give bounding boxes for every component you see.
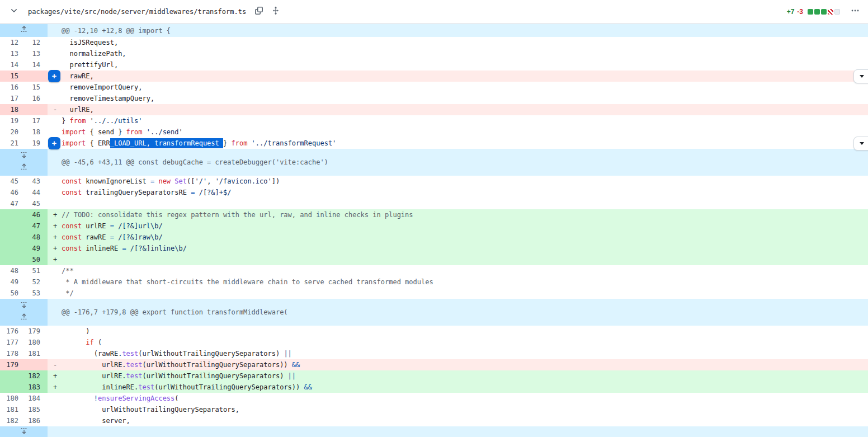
code-token: } [62, 117, 69, 125]
new-line-number[interactable]: 179 [25, 326, 48, 337]
deletions-count: -3 [797, 8, 803, 16]
old-line-number[interactable]: 46 [0, 187, 25, 198]
code-content: * A middleware that short-circuits the m… [62, 276, 868, 288]
new-line-number[interactable]: 13 [25, 48, 48, 59]
code-content: import { send } from '../send' [62, 126, 868, 138]
code-token: && [292, 361, 300, 369]
hunk-header-row: @@ -12,10 +12,8 @@ import { [0, 24, 868, 37]
old-line-number[interactable]: 178 [0, 348, 25, 359]
code-token: && [304, 383, 312, 391]
new-line-number[interactable]: 182 [25, 370, 48, 382]
new-line-number[interactable]: 49 [25, 243, 48, 254]
expand-down-button[interactable] [19, 302, 29, 311]
new-line-number[interactable]: 185 [25, 404, 48, 415]
new-line-number[interactable]: 52 [25, 276, 48, 288]
code-token: test [126, 372, 143, 380]
new-line-number[interactable]: 15 [25, 82, 48, 93]
new-line-number[interactable]: 12 [25, 37, 48, 48]
code-token: (rawRE. [62, 350, 122, 358]
new-line-number[interactable]: 14 [25, 59, 48, 71]
new-line-number[interactable]: 51 [25, 265, 48, 276]
old-line-number[interactable]: 177 [0, 337, 25, 348]
new-line-number[interactable] [25, 104, 48, 115]
old-line-number[interactable]: 18 [0, 104, 25, 115]
new-line-number[interactable]: 50 [25, 254, 48, 265]
new-line-number[interactable]: 19 [25, 138, 48, 149]
new-line-number[interactable]: 17 [25, 115, 48, 126]
code-token: test [122, 350, 138, 358]
new-line-number[interactable]: 45 [25, 198, 48, 209]
old-line-number[interactable]: 20 [0, 126, 25, 138]
code-token: rawRE, [62, 72, 94, 80]
new-line-number[interactable]: 184 [25, 393, 48, 404]
new-line-number[interactable]: 183 [25, 382, 48, 393]
new-line-number[interactable] [25, 359, 48, 370]
old-line-number[interactable] [0, 254, 25, 265]
new-line-number[interactable]: 47 [25, 220, 48, 232]
old-line-number[interactable]: 16 [0, 82, 25, 93]
old-line-number[interactable]: 17 [0, 93, 25, 104]
new-line-number[interactable]: 43 [25, 176, 48, 187]
new-line-number[interactable]: 181 [25, 348, 48, 359]
new-line-number[interactable] [25, 71, 48, 82]
old-line-number[interactable] [0, 243, 25, 254]
old-line-number[interactable] [0, 382, 25, 393]
copy-path-button[interactable] [252, 4, 266, 19]
old-line-number[interactable]: 13 [0, 48, 25, 59]
expand-down-button[interactable] [19, 152, 29, 161]
old-line-number[interactable]: 48 [0, 265, 25, 276]
new-line-number[interactable]: 44 [25, 187, 48, 198]
new-line-number[interactable]: 53 [25, 288, 48, 299]
new-line-number[interactable]: 18 [25, 126, 48, 138]
new-line-number[interactable]: 186 [25, 415, 48, 426]
old-line-number[interactable]: 50 [0, 288, 25, 299]
collapse-file-button[interactable] [7, 4, 21, 19]
code-content: removeImportQuery, [62, 82, 868, 93]
new-line-number[interactable]: 180 [25, 337, 48, 348]
code-token: /[?&]inline\b/ [130, 245, 187, 252]
old-line-number[interactable]: 47 [0, 198, 25, 209]
old-line-number[interactable]: 179 [0, 359, 25, 370]
code-token [247, 139, 251, 147]
expand-down-button[interactable] [19, 428, 29, 437]
expand-up-button[interactable] [19, 164, 29, 173]
old-line-number[interactable]: 21 [0, 138, 25, 149]
move-file-button[interactable] [268, 4, 283, 19]
add-comment-button[interactable]: + [48, 70, 60, 82]
code-token: ( [94, 339, 102, 346]
old-line-number[interactable]: 12 [0, 37, 25, 48]
code-token: rawRE [82, 233, 110, 241]
comment-options-dropdown-button[interactable] [853, 69, 868, 83]
code-token: test [138, 383, 154, 391]
old-line-number[interactable]: 182 [0, 415, 25, 426]
code-token: ! [94, 394, 98, 402]
old-line-number[interactable]: 176 [0, 326, 25, 337]
old-line-number[interactable]: 15 [0, 71, 25, 82]
old-line-number[interactable]: 49 [0, 276, 25, 288]
kebab-menu-button[interactable] [848, 4, 862, 19]
hunk-header-row: @@ -176,7 +179,8 @@ export function tran… [0, 299, 868, 326]
old-line-number[interactable] [0, 370, 25, 382]
code-token: */ [62, 289, 74, 297]
new-line-number[interactable]: 48 [25, 232, 48, 243]
old-line-number[interactable]: 19 [0, 115, 25, 126]
new-line-number[interactable]: 46 [25, 209, 48, 220]
new-line-number[interactable]: 16 [25, 93, 48, 104]
diff-line-row: 4851/** [0, 265, 868, 276]
expand-up-button[interactable] [19, 26, 29, 35]
old-line-number[interactable] [0, 232, 25, 243]
old-line-number[interactable] [0, 209, 25, 220]
old-line-number[interactable]: 45 [0, 176, 25, 187]
code-token: test [126, 361, 143, 369]
diff-marker: - [48, 359, 62, 370]
old-line-number[interactable] [0, 220, 25, 232]
add-comment-button[interactable]: + [48, 137, 60, 149]
hunk-expand-gutter [0, 149, 48, 176]
old-line-number[interactable]: 181 [0, 404, 25, 415]
comment-options-dropdown-button[interactable] [853, 137, 868, 151]
diff-line-row: 15 rawRE,+ [0, 71, 868, 82]
code-token: '../transformRequest' [252, 139, 337, 147]
expand-up-button[interactable] [19, 314, 29, 323]
old-line-number[interactable]: 14 [0, 59, 25, 71]
old-line-number[interactable]: 180 [0, 393, 25, 404]
